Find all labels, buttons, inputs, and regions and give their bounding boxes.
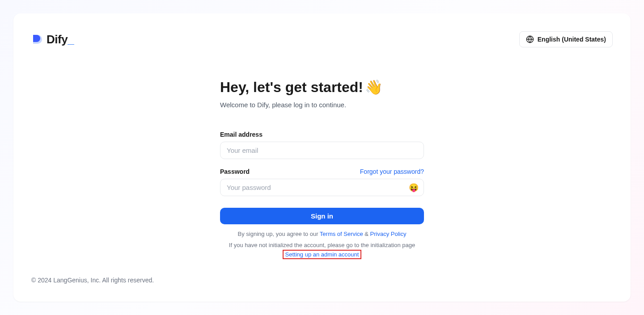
privacy-link[interactable]: Privacy Policy [370, 231, 407, 237]
init-prefix: If you have not initialized the account,… [229, 242, 415, 248]
title-text: Hey, let's get started! [220, 79, 363, 96]
toggle-password-visibility-icon[interactable]: 😝 [409, 183, 419, 193]
signin-button[interactable]: Sign in [220, 208, 424, 224]
forgot-password-link[interactable]: Forgot your password? [360, 168, 424, 175]
agreement-prefix: By signing up, you agree to our [238, 231, 320, 237]
terms-link[interactable]: Terms of Service [320, 231, 363, 237]
password-input[interactable] [220, 179, 424, 196]
init-text: If you have not initialized the account,… [220, 241, 424, 260]
email-group: Email address [220, 131, 424, 159]
password-label: Password [220, 168, 250, 175]
dify-logo-icon [31, 34, 42, 45]
page-title: Hey, let's get started! 👋 [220, 79, 424, 96]
logo-cursor: _ [68, 33, 74, 46]
email-label: Email address [220, 131, 263, 138]
password-group: Password Forgot your password? 😝 [220, 168, 424, 196]
wave-emoji-icon: 👋 [365, 79, 383, 96]
email-input[interactable] [220, 142, 424, 159]
language-selector[interactable]: English (United States) [519, 31, 613, 47]
agreement-and: & [363, 231, 370, 237]
logo-text: Dify_ [47, 33, 74, 46]
header-row: Dify_ English (United States) [31, 31, 613, 47]
brand-name: Dify [47, 33, 68, 46]
agreement-text: By signing up, you agree to our Terms of… [220, 231, 424, 237]
main-content: Hey, let's get started! 👋 Welcome to Dif… [220, 79, 424, 260]
password-input-wrapper: 😝 [220, 179, 424, 196]
setup-admin-link[interactable]: Setting up an admin account [283, 250, 362, 259]
login-card: Dify_ English (United States) Hey, let's… [13, 13, 631, 302]
globe-icon [526, 35, 534, 43]
logo: Dify_ [31, 33, 74, 46]
subtitle: Welcome to Dify, please log in to contin… [220, 101, 424, 109]
language-label: English (United States) [538, 36, 606, 43]
footer-copyright: © 2024 LangGenius, Inc. All rights reser… [31, 277, 154, 284]
